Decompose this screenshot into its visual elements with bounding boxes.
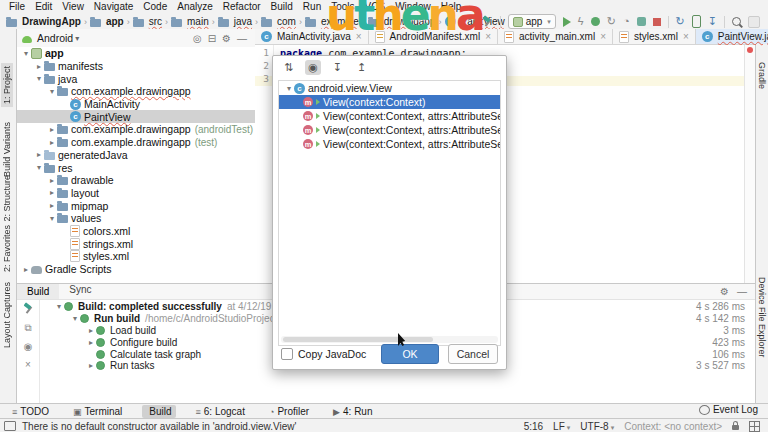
tool-window-stripe-button[interactable]: 2: Favorites [1,222,13,275]
project-tree-row[interactable]: colors.xml [17,225,255,238]
expand-arrow[interactable]: ▸ [47,201,57,210]
constructor-row[interactable]: m View(context:Context, attrs:AttributeS… [279,109,500,123]
expand-arrow[interactable]: ▸ [47,188,57,197]
tool-window-stripe-button[interactable]: 1: Project [1,63,13,107]
profiler-icon[interactable]: ◔ [623,16,630,27]
constructor-row[interactable]: m View(context:Context) [279,95,500,109]
class-root-row[interactable]: ▾ c android.view.View [279,81,500,95]
menu-item[interactable]: Build [266,0,298,14]
error-marker-icon[interactable] [747,47,753,53]
attach-debugger-icon[interactable] [637,17,646,26]
expand-arrow[interactable]: ▾ [70,314,80,323]
device-file-explorer-tool-button[interactable]: Device File Explorer [757,277,767,358]
expand-arrow[interactable]: ▾ [54,302,64,311]
copy-icon[interactable]: ⧉ [24,322,31,334]
expand-arrow[interactable]: ▸ [47,125,57,134]
project-tree-row[interactable]: ▸ Gradle Scripts [17,263,255,276]
breadcrumb-item[interactable]: java [218,16,252,27]
project-tree-row[interactable]: ▾ res [17,161,255,174]
project-tree-row[interactable]: ▸ layout [17,187,255,200]
expand-arrow[interactable]: ▾ [21,49,31,58]
editor-tab[interactable]: styles.xml × [613,29,696,44]
coverage-icon[interactable]: ↻ [607,16,616,27]
editor-tab[interactable]: activity_main.xml × [498,29,613,44]
expand-arrow[interactable]: ▾ [34,74,44,83]
project-tree-row[interactable]: ▸ com.example.drawingapp (androidTest) [17,123,255,136]
cancel-button[interactable]: Cancel [448,344,498,364]
line-ending-widget[interactable]: LF▾ [553,421,570,432]
caret-position-widget[interactable]: 5:16 [524,421,543,432]
tool-window-stripe-button[interactable]: Layout Captures [1,279,13,351]
search-icon[interactable] [732,17,741,26]
scrollbar-thumb[interactable] [283,337,433,342]
project-tree-row[interactable]: ▾ app [17,47,255,60]
tool-window-button[interactable]: Build [142,405,175,418]
project-tree-row[interactable]: styles.xml [17,250,255,263]
expand-all-icon[interactable]: ↧ [330,60,345,75]
sort-alphabetically-icon[interactable]: ⇅ [281,60,296,75]
project-tree-row[interactable]: ▾ java [17,72,255,85]
collapse-all-icon[interactable]: ↥ [354,60,369,75]
project-tree-row[interactable]: ▾ values [17,212,255,225]
hide-panel-icon[interactable]: — [234,33,250,44]
tool-window-button[interactable]: ≡ TODO [8,405,53,418]
project-tree-row[interactable]: strings.xml [17,237,255,250]
project-tree-row[interactable]: ▸ com.example.drawingapp (test) [17,136,255,149]
project-tree-row[interactable]: ▾ com.example.drawingapp [17,85,255,98]
project-tree-row[interactable]: c PaintView [17,110,255,123]
settings-gear-icon[interactable]: ⚙ [720,286,729,297]
breadcrumb-item[interactable]: main [171,16,209,27]
tool-window-button[interactable]: ▣ Terminal [69,405,126,418]
constructor-row[interactable]: m View(context:Context, attrs:AttributeS… [279,137,500,151]
project-tree-row[interactable]: ▸ generatedJava [17,149,255,162]
close-tab-icon[interactable]: × [485,31,491,42]
error-stripe-scrollbar[interactable] [744,45,755,283]
menu-item[interactable]: Refactor [218,0,266,14]
build-panel-tab[interactable]: Build [17,284,59,299]
breadcrumb-item[interactable]: com [261,16,296,27]
menu-item[interactable]: Run [298,0,326,14]
horizontal-scrollbar[interactable] [281,336,498,343]
event-log-button[interactable]: Event Log [699,404,758,415]
build-panel-tab[interactable]: Sync [59,284,101,299]
expand-arrow[interactable]: ▸ [86,361,96,370]
tool-window-stripe-button[interactable]: Build Variants [1,119,13,180]
project-tree-row[interactable]: ▸ mipmap [17,199,255,212]
project-view-select[interactable]: Android [37,32,73,44]
menu-item[interactable]: Edit [30,0,57,14]
expand-arrow[interactable]: ▸ [21,265,31,274]
expand-arrow[interactable]: ▸ [34,62,44,71]
gradle-tool-button[interactable]: Gradle [757,62,767,89]
menu-item[interactable]: File [4,0,30,14]
run-button[interactable] [563,17,571,27]
lock-icon[interactable] [732,425,739,430]
ok-button[interactable]: OK [381,344,439,364]
context-widget[interactable]: Context: <no context> [624,421,722,432]
tool-window-button[interactable]: ▶ 4: Run [329,405,376,418]
close-tab-icon[interactable]: × [683,31,689,42]
tool-window-button[interactable]: ◔ Profiler [265,405,313,418]
breadcrumb-item[interactable]: app [90,16,124,27]
expand-arrow[interactable]: ▾ [47,214,57,223]
indexing-status-icon[interactable] [749,421,760,432]
project-tree-row[interactable]: ▸ manifests [17,60,255,73]
locate-icon[interactable]: ◎ [190,33,205,44]
constructor-row[interactable]: m View(context:Context, attrs:AttributeS… [279,123,500,137]
settings-gear-icon[interactable]: ⚙ [219,33,234,44]
close-icon[interactable]: × [25,359,31,370]
expand-arrow[interactable]: ▸ [47,138,57,147]
tool-window-stripe-button[interactable]: 2: Structure [1,172,13,225]
project-tree-row[interactable]: ▸ drawable [17,174,255,187]
menu-item[interactable]: Navigate [89,0,138,14]
encoding-widget[interactable]: UTF-8▾ [580,421,614,432]
expand-arrow[interactable]: ▾ [47,87,57,96]
expand-arrow[interactable]: ▸ [86,338,96,347]
apply-changes-icon[interactable]: ϟ [578,16,584,27]
expand-arrow[interactable]: ▸ [86,326,96,335]
menu-item[interactable]: Code [138,0,172,14]
menu-item[interactable]: View [57,0,89,14]
project-tree-row[interactable]: c MainActivity [17,98,255,111]
breadcrumb-item[interactable]: src [133,16,162,27]
expand-arrow[interactable]: ▾ [34,163,44,172]
expand-arrow[interactable]: ▾ [284,84,294,93]
